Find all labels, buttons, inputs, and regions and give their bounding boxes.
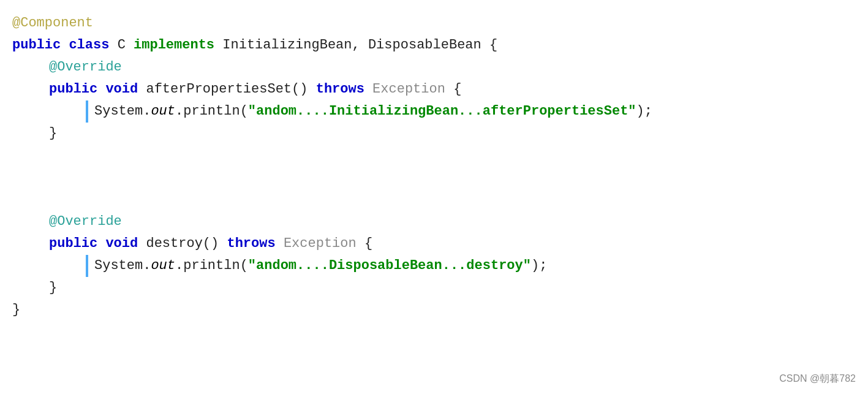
code-token: .println( [175, 255, 248, 276]
code-token: throws [316, 78, 372, 100]
code-token: afterPropertiesSet() [146, 78, 315, 100]
code-token: System. [94, 255, 151, 276]
code-token: { [489, 34, 497, 56]
line-method-1: public void afterPropertiesSet() throws … [12, 78, 850, 100]
code-token: { [453, 78, 461, 100]
line-close-2: } [12, 277, 850, 299]
line-close-1: } [12, 123, 850, 145]
code-token: ); [531, 255, 547, 276]
line-class-decl: public class C implements InitializingBe… [12, 34, 850, 56]
code-token: Exception [284, 233, 364, 254]
code-spacer [12, 189, 850, 211]
line-override-1: @Override [12, 56, 850, 78]
code-token: void [105, 233, 146, 254]
code-token: @Override [49, 56, 122, 78]
line-println-2: System.out.println("andom....DisposableB… [12, 255, 850, 277]
code-token: .println( [175, 100, 248, 122]
code-token: public [12, 34, 69, 56]
code-token: @Override [49, 211, 122, 232]
line-annotation-component: @Component [12, 12, 850, 34]
code-token: } [12, 299, 20, 320]
code-token: class [69, 34, 117, 56]
watermark: CSDN @朝暮782 [779, 371, 856, 387]
code-token: { [364, 233, 372, 254]
code-token: @Component [12, 12, 93, 34]
code-bar [86, 255, 88, 277]
code-token: void [105, 78, 146, 100]
code-token: } [49, 123, 57, 144]
code-token: C [118, 34, 134, 56]
code-token: implements [134, 34, 222, 56]
code-token: "andom....DisposableBean...destroy" [248, 255, 531, 276]
code-token: "andom....InitializingBean...afterProper… [248, 100, 636, 122]
code-token: throws [227, 233, 283, 254]
line-method-2: public void destroy() throws Exception { [12, 233, 850, 255]
code-token: Exception [372, 78, 453, 100]
code-bar [86, 100, 88, 123]
code-token: } [49, 277, 57, 298]
code-editor: @Componentpublic class C implements Init… [0, 0, 868, 394]
code-token: out [151, 100, 175, 122]
code-token: public [49, 233, 105, 254]
code-spacer [12, 145, 850, 167]
code-token: public [49, 78, 105, 100]
code-token: ); [636, 100, 652, 122]
line-println-1: System.out.println("andom....Initializin… [12, 100, 850, 123]
code-spacer [12, 167, 850, 189]
code-token: destroy() [146, 233, 227, 254]
line-close-class: } [12, 299, 850, 321]
code-token: out [151, 255, 175, 276]
line-override-2: @Override [12, 211, 850, 233]
code-token: System. [94, 100, 151, 122]
code-token: InitializingBean, DisposableBean [222, 34, 489, 56]
